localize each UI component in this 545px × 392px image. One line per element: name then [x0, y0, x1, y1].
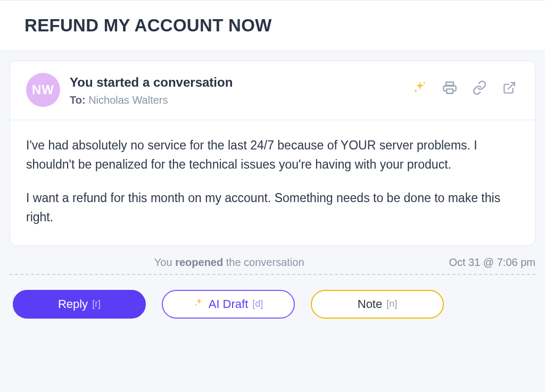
log-text: You reopened the conversation — [154, 256, 304, 269]
message-recipient: To: Nicholas Walters — [70, 94, 412, 106]
reply-button[interactable]: Reply [r] — [13, 290, 146, 319]
to-name: Nicholas Walters — [88, 94, 168, 106]
conversation-log-row: You reopened the conversation Oct 31 @ 7… — [10, 256, 535, 269]
svg-line-2 — [508, 82, 515, 89]
link-icon[interactable] — [472, 80, 487, 95]
conversation-subject: REFUND MY ACCOUNT NOW — [24, 15, 521, 36]
message-paragraph: I want a refund for this month on my acc… — [26, 189, 519, 227]
message-paragraph: I've had absolutely no service for the l… — [26, 136, 519, 174]
avatar: NW — [26, 73, 60, 107]
ai-draft-shortcut: [d] — [252, 298, 263, 310]
reply-label: Reply — [58, 297, 88, 311]
open-external-icon[interactable] — [502, 80, 517, 95]
ai-spark-icon — [194, 297, 204, 311]
log-prefix: You — [154, 256, 175, 268]
message-header: NW You started a conversation To: Nichol… — [10, 61, 535, 120]
ai-draft-label: AI Draft — [209, 297, 249, 311]
svg-rect-1 — [447, 89, 453, 93]
print-icon[interactable] — [442, 80, 457, 95]
note-label: Note — [358, 297, 382, 311]
ai-spark-icon[interactable] — [412, 80, 427, 95]
message-title: You started a conversation — [70, 75, 412, 90]
action-row: Reply [r] AI Draft [d] Note [n] — [0, 275, 545, 319]
subject-bar: REFUND MY ACCOUNT NOW — [0, 0, 545, 51]
header-actions — [412, 73, 519, 95]
message-header-text: You started a conversation To: Nicholas … — [70, 73, 412, 106]
log-suffix: the conversation — [223, 256, 304, 268]
message-card: NW You started a conversation To: Nichol… — [10, 61, 535, 246]
log-emphasis: reopened — [175, 256, 223, 268]
note-shortcut: [n] — [386, 298, 397, 310]
svg-rect-0 — [446, 82, 453, 86]
ai-draft-button[interactable]: AI Draft [d] — [162, 290, 295, 319]
message-body: I've had absolutely no service for the l… — [10, 120, 535, 245]
reply-shortcut: [r] — [92, 298, 101, 310]
to-label: To: — [70, 94, 86, 106]
note-button[interactable]: Note [n] — [311, 290, 444, 319]
log-timestamp: Oct 31 @ 7:06 pm — [449, 256, 535, 269]
